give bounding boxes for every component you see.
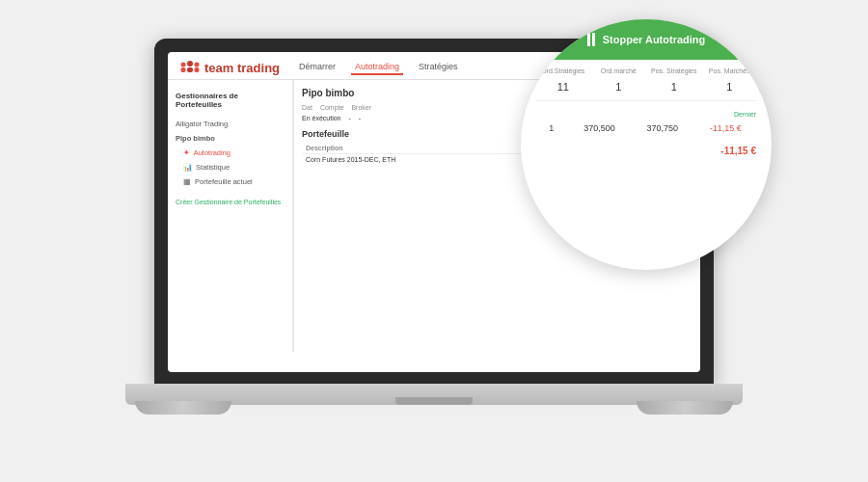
last-label: Dernier (536, 111, 756, 118)
create-link[interactable]: Créer Gestionnaire de Portefeuilles (168, 195, 292, 209)
autotrading-icon: ✦ (183, 148, 190, 157)
laptop: team trading Démarrer Autotrading Straté… (125, 39, 743, 443)
data-cell-3: 370,750 (632, 123, 692, 133)
dat-value: En éxécution (302, 115, 340, 121)
compte-label: Compte (320, 104, 344, 111)
statistique-icon: 📊 (183, 163, 192, 172)
stopper-label: Stopper Autotrading (603, 34, 706, 45)
header-ord-marche: Ord.marché (592, 67, 646, 75)
laptop-foot-left (135, 401, 231, 415)
dat-label: Dat (302, 104, 312, 111)
overlay-values-row: 11 1 1 1 (536, 81, 756, 101)
data-cell-4: -11,15 € (695, 123, 756, 133)
laptop-foot-right (637, 401, 733, 415)
pause-bar-1 (587, 33, 590, 46)
svg-rect-5 (195, 67, 200, 72)
overlay-col-headers: Ord.Stratégies Ord.marché Pos. Stratégie… (536, 67, 756, 75)
overlay-data-row: 1 370,500 370,750 -11,15 € (536, 123, 756, 133)
tab-demarrer[interactable]: Démarrer (295, 60, 339, 75)
floating-overlay: Stopper Autotrading Ord.Stratégies Ord.m… (521, 19, 772, 270)
broker-value: - (359, 115, 361, 121)
overlay-total: -11,15 € (720, 146, 756, 156)
col-description: Description (302, 143, 550, 154)
data-cell-1: 1 (536, 123, 567, 133)
tab-strategies[interactable]: Stratégies (415, 60, 462, 75)
svg-point-0 (181, 63, 186, 67)
svg-rect-3 (187, 67, 193, 72)
broker-label: Broker (351, 104, 371, 111)
logo-icon (179, 61, 201, 74)
compte-value: - (348, 115, 350, 121)
pause-bar-2 (592, 33, 595, 46)
val-pos-strategies: 1 (647, 81, 701, 93)
svg-rect-1 (181, 67, 186, 72)
tab-autotrading[interactable]: Autotrading (351, 60, 403, 75)
val-pos-marches: 1 (703, 81, 757, 93)
pause-icon (587, 33, 595, 46)
sidebar-item-portefeuille[interactable]: ▦ Portefeuille actuel (168, 174, 292, 189)
app-logo: team trading (179, 61, 280, 75)
portefeuille-icon: ▦ (183, 177, 191, 186)
sidebar-item-statistique[interactable]: 📊 Statistique (168, 160, 292, 174)
logo-text: team trading (204, 61, 280, 75)
sidebar-item-alligator[interactable]: Alligator Trading (168, 117, 292, 131)
svg-point-2 (187, 61, 193, 67)
val-ord-strategies: 11 (536, 81, 590, 93)
svg-point-4 (195, 63, 200, 67)
data-cell-2: 370,500 (569, 123, 630, 133)
header-pos-marches: Pos. Marchés (703, 67, 757, 75)
header-pos-strategies: Pos. Stratégies (647, 67, 701, 75)
nav-tabs: Démarrer Autotrading Stratégies (295, 60, 462, 75)
sidebar: Gestionnaires de Portefeuilles Alligator… (168, 80, 293, 352)
sidebar-item-autotrading[interactable]: ✦ Autotrading (168, 146, 292, 160)
overlay-total-row: -11,15 € (536, 141, 756, 158)
val-ord-marche: 1 (592, 81, 646, 93)
sidebar-title: Gestionnaires de Portefeuilles (168, 88, 292, 113)
sidebar-section-pipo[interactable]: Pipo bimbo (168, 131, 292, 146)
row-description: Corn Futures 2015-DEC, ETH (302, 154, 550, 166)
